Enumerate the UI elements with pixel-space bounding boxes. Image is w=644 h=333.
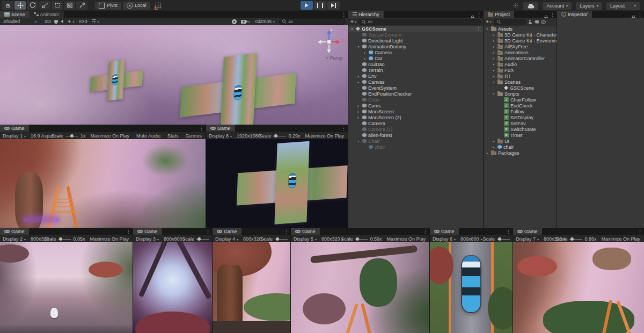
project-row[interactable]: GSCScene: [484, 85, 557, 91]
expand-arrow[interactable]: ▸: [356, 80, 361, 84]
hierarchy-row[interactable]: Camera: [348, 120, 483, 126]
scale-slider[interactable]: Scale: [182, 236, 210, 242]
hierarchy-row[interactable]: ▸ Env: [348, 73, 483, 79]
scene-visibility-toggle[interactable]: 0: [79, 19, 87, 24]
lock-icon[interactable]: [471, 12, 474, 18]
display-select[interactable]: Display 7: [515, 236, 540, 242]
visibility-icon[interactable]: [541, 20, 546, 24]
expand-arrow[interactable]: ▾: [485, 27, 489, 31]
tab-game[interactable]: Game: [213, 228, 241, 235]
tab-game[interactable]: Game: [0, 228, 29, 235]
tab-game[interactable]: Game: [0, 125, 29, 132]
scale-knob[interactable]: [59, 237, 62, 241]
hierarchy-row[interactable]: YouLanCamera: [348, 32, 483, 38]
kebab-menu-icon[interactable]: [638, 11, 642, 18]
tab-project[interactable]: Project: [484, 11, 514, 18]
scale-knob[interactable]: [70, 134, 74, 137]
expand-arrow[interactable]: ▾: [350, 27, 354, 31]
hierarchy-row[interactable]: ▾ AnimationDummy: [348, 44, 483, 49]
aspect-select[interactable]: 16:9 Aspect: [30, 133, 48, 139]
stats-button[interactable]: Stats: [165, 133, 181, 139]
project-row[interactable]: ▾ Scenes: [484, 79, 557, 85]
scale-slider[interactable]: Scale1x: [51, 133, 85, 139]
resolution-select[interactable]: 1920x1080: [236, 133, 257, 139]
scale-slider[interactable]: Scale0.85x: [44, 236, 85, 242]
expand-arrow[interactable]: ▾: [492, 92, 496, 96]
tab-scene[interactable]: Scene: [0, 11, 30, 18]
display-select[interactable]: Display 4: [214, 236, 239, 242]
project-row[interactable]: ▸ 3D Game Kit - Environment Pack: [484, 38, 557, 44]
display-select[interactable]: Display 1: [2, 133, 27, 139]
display-select[interactable]: Display 5: [292, 236, 318, 242]
kebab-menu-icon[interactable]: [341, 11, 346, 18]
hierarchy-row[interactable]: Directional Light: [348, 38, 483, 44]
project-row[interactable]: ▸ Packages: [484, 150, 557, 156]
scale-knob[interactable]: [276, 237, 279, 241]
resolution-select[interactable]: 800x320: [543, 236, 553, 242]
mute-audio-button[interactable]: Mute Audio: [134, 133, 163, 139]
kebab-menu-icon[interactable]: [550, 11, 555, 18]
project-row[interactable]: SetDisplay: [484, 114, 557, 120]
project-row[interactable]: ▸ FBX: [484, 67, 557, 73]
scale-track[interactable]: [569, 239, 582, 240]
expand-arrow[interactable]: ▸: [492, 50, 496, 54]
hierarchy-row[interactable]: ▸ Cams: [348, 103, 483, 108]
rotate-tool-button[interactable]: [27, 1, 38, 10]
scale-track[interactable]: [273, 136, 286, 136]
scene-orientation-gizmo[interactable]: z x: [317, 30, 341, 54]
maximize-on-play-button[interactable]: Maximize On Play: [384, 236, 428, 242]
tab-game[interactable]: Game: [291, 228, 320, 235]
display-select[interactable]: Display 8: [208, 133, 233, 139]
hierarchy-row[interactable]: Cube: [348, 97, 483, 103]
scale-slider[interactable]: Scale0.86x: [555, 236, 597, 242]
scale-tool-button[interactable]: [39, 1, 50, 10]
resolution-select[interactable]: 800x800: [459, 236, 480, 242]
gizmo-center-cube[interactable]: [327, 40, 331, 44]
hierarchy-row[interactable]: EndPositionChecker: [348, 91, 483, 97]
scale-track[interactable]: [275, 239, 288, 240]
project-row[interactable]: Follow: [484, 108, 557, 114]
grid-visual-dropdown[interactable]: [91, 18, 100, 25]
expand-arrow[interactable]: ▸: [356, 104, 361, 107]
expand-arrow[interactable]: ▸: [492, 145, 496, 149]
scale-knob[interactable]: [570, 237, 574, 241]
tab-game[interactable]: Game: [133, 228, 162, 235]
kebab-menu-icon[interactable]: [206, 228, 210, 235]
kebab-menu-icon[interactable]: [199, 125, 204, 132]
project-row[interactable]: ▸ 3D Game Kit - Character Pack: [484, 32, 557, 38]
project-row[interactable]: EndCheck: [484, 103, 557, 108]
project-row[interactable]: ▸ Audio: [484, 61, 557, 67]
project-row[interactable]: ▸ AnimatorController: [484, 55, 557, 61]
gizmos-button[interactable]: Gizmos: [183, 133, 204, 139]
hierarchy-row[interactable]: chair: [348, 144, 483, 150]
display-select[interactable]: Display 3: [135, 236, 160, 242]
cloud-collab-button[interactable]: [523, 2, 538, 10]
expand-arrow[interactable]: ▸: [492, 33, 496, 37]
custom-tool-button[interactable]: [76, 1, 87, 10]
pause-button[interactable]: [314, 1, 326, 10]
scene-render[interactable]: z x < Persp: [0, 25, 348, 125]
project-row[interactable]: ▾ Scripts: [484, 91, 557, 97]
expand-arrow[interactable]: ▸: [356, 110, 361, 113]
kebab-menu-icon[interactable]: [638, 228, 642, 235]
display-select[interactable]: Display 6: [431, 236, 457, 242]
layers-dropdown[interactable]: Layers▾: [576, 2, 602, 10]
scene-audio-toggle[interactable]: [61, 20, 63, 23]
axis-neg-arrow[interactable]: [328, 45, 330, 50]
scale-track[interactable]: [497, 239, 510, 240]
axis-x-arrow[interactable]: [332, 41, 337, 42]
scale-knob[interactable]: [274, 134, 277, 137]
scale-slider[interactable]: Scale: [260, 236, 289, 242]
expand-arrow[interactable]: ▸: [492, 62, 496, 66]
local-toggle[interactable]: Local: [123, 2, 150, 10]
expand-arrow[interactable]: ▸: [492, 139, 496, 143]
axis-neg-arrow[interactable]: [321, 41, 326, 42]
move-tool-button[interactable]: [14, 1, 26, 10]
scale-knob[interactable]: [356, 237, 359, 241]
hierarchy-search-field[interactable]: All: [358, 19, 481, 25]
expand-arrow[interactable]: ▾: [356, 45, 361, 48]
hierarchy-row[interactable]: EventSystem: [348, 85, 483, 91]
scale-track[interactable]: [65, 136, 78, 136]
editor-tools-button[interactable]: [232, 19, 237, 24]
transform-tool-button[interactable]: [64, 1, 75, 10]
